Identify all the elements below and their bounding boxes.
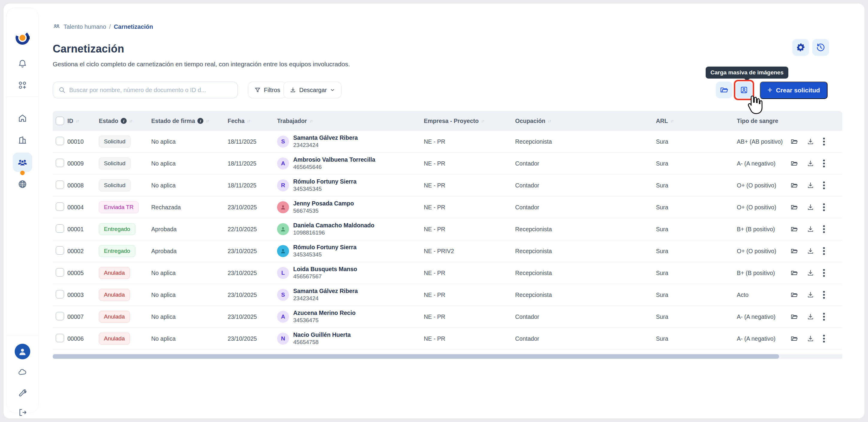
row-download-button[interactable] [807,247,814,255]
table-row[interactable]: 00006AnuladaNo aplica23/10/2025NNacio Gu… [53,328,842,350]
row-download-button[interactable] [807,335,814,342]
sort-icon[interactable]: ↓↑ [247,118,250,123]
row-kebab-menu-button[interactable] [823,312,825,321]
row-folder-button[interactable] [790,269,798,277]
row-download-button[interactable] [807,203,814,211]
row-download-button[interactable] [807,313,814,320]
row-folder-button[interactable] [790,313,798,320]
scrollbar-thumb[interactable] [53,354,779,359]
cell-signature-status: No aplica [151,182,228,189]
row-kebab-menu-button[interactable] [823,290,825,299]
sort-icon[interactable]: ↓↑ [670,118,673,123]
cell-company-project: NE - PR [424,182,515,189]
row-checkbox[interactable] [56,290,64,299]
row-download-button[interactable] [807,138,814,145]
brand-logo-icon[interactable] [16,31,29,45]
row-kebab-menu-button[interactable] [823,334,825,343]
apps-grid-plus-icon[interactable] [18,80,27,90]
settings-button[interactable] [792,39,809,56]
row-folder-button[interactable] [790,138,798,145]
row-download-button[interactable] [807,291,814,299]
row-kebab-menu-button[interactable] [823,203,825,212]
row-folder-button[interactable] [790,203,798,211]
row-checkbox[interactable] [56,202,64,211]
download-button[interactable]: Descargar [283,82,341,99]
sidebar-item-talento-humano-active[interactable] [13,153,32,172]
table-row[interactable]: 00008SolicitudNo aplica18/11/2025RRómulo… [53,174,842,196]
logout-icon[interactable] [18,408,27,417]
info-icon[interactable]: i [121,118,127,124]
wrench-icon[interactable] [18,388,27,397]
row-kebab-menu-button[interactable] [823,181,825,190]
table-row[interactable]: 00005AnuladaNo aplica23/10/2025LLoida Bu… [53,262,842,284]
row-folder-button[interactable] [790,181,798,189]
sidebar-item-globe[interactable] [18,179,27,189]
row-checkbox[interactable] [56,312,64,320]
user-avatar[interactable] [15,344,30,359]
sort-icon[interactable]: ↓↑ [129,118,132,123]
row-checkbox[interactable] [56,268,64,277]
row-download-button[interactable] [807,269,814,277]
column-header-empresa-proyecto[interactable]: Empresa - Proyecto↓↑ [424,118,515,124]
column-header-ocupaci-n[interactable]: Ocupación↓↑ [515,118,656,124]
column-header-id[interactable]: ID↓↑ [67,118,99,124]
create-request-button[interactable]: + Crear solicitud [760,82,828,99]
row-folder-button[interactable] [790,160,798,167]
row-checkbox[interactable] [56,137,64,145]
cell-occupation: Contador [515,204,656,211]
row-folder-button[interactable] [790,247,798,255]
filters-button[interactable]: Filtros [248,82,286,99]
notifications-bell-icon[interactable] [18,59,27,69]
row-folder-button[interactable] [790,335,798,342]
sidebar-item-home[interactable] [18,113,27,123]
table-row[interactable]: 00003AnuladaNo aplica23/10/2025SSamanta … [53,284,842,306]
cell-arl: Sura [656,182,737,189]
table-row[interactable]: 00007AnuladaNo aplica23/10/2025AAzucena … [53,306,842,328]
column-header-fecha[interactable]: Fecha↓↑ [228,118,277,124]
row-checkbox[interactable] [56,224,64,233]
kebab-menu-icon [823,137,825,146]
cell-worker: SSamanta Gálvez Ribera23423424 [277,287,424,302]
search-input[interactable] [69,87,232,93]
column-header-estado-de-firma[interactable]: Estado de firmai↓↑ [151,118,228,124]
folder-button[interactable] [716,82,733,99]
breadcrumb-section[interactable]: Talento humano [63,23,106,30]
row-kebab-menu-button[interactable] [823,269,825,277]
sort-icon[interactable]: ↓↑ [76,118,79,123]
row-folder-button[interactable] [790,291,798,299]
row-kebab-menu-button[interactable] [823,247,825,256]
table-row[interactable]: 00004Enviada TRRechazada23/10/2025Jenny … [53,196,842,218]
table-row[interactable]: 00010SolicitudNo aplica18/11/2025SSamant… [53,131,842,153]
row-kebab-menu-button[interactable] [823,225,825,234]
row-checkbox[interactable] [56,159,64,167]
row-checkbox[interactable] [56,246,64,255]
column-header-trabajador[interactable]: Trabajador↓↑ [277,118,424,124]
sort-icon[interactable]: ↓↑ [481,118,484,123]
row-kebab-menu-button[interactable] [823,159,825,168]
worker-document: 456567567 [293,273,357,280]
bulk-image-upload-button[interactable] [736,82,752,98]
column-header-arl[interactable]: ARL↓↑ [656,118,737,124]
select-all-checkbox[interactable] [56,117,64,125]
row-checkbox[interactable] [56,334,64,342]
cloud-icon[interactable] [18,368,27,377]
cell-date: 22/10/2025 [228,226,277,233]
table-row[interactable]: 00009SolicitudNo aplica18/11/2025AAmbros… [53,153,842,174]
row-kebab-menu-button[interactable] [823,137,825,146]
sidebar-item-company[interactable] [18,135,27,145]
column-header-estado[interactable]: Estadoi↓↑ [99,118,151,124]
row-checkbox[interactable] [56,180,64,189]
row-download-button[interactable] [807,160,814,167]
info-icon[interactable]: i [197,118,204,124]
worker-name: Loida Busquets Manso [293,265,357,273]
table-row[interactable]: 00001EntregadoAprobada22/10/2025Daniela … [53,218,842,240]
sort-icon[interactable]: ↓↑ [206,118,209,123]
row-download-button[interactable] [807,225,814,233]
history-button[interactable] [812,39,829,56]
sort-icon[interactable]: ↓↑ [309,118,312,123]
cell-signature-status: No aplica [151,138,228,145]
row-folder-button[interactable] [790,225,798,233]
table-row[interactable]: 00002EntregadoAprobada23/10/2025Rómulo F… [53,240,842,262]
row-download-button[interactable] [807,181,814,189]
sort-icon[interactable]: ↓↑ [548,118,551,123]
